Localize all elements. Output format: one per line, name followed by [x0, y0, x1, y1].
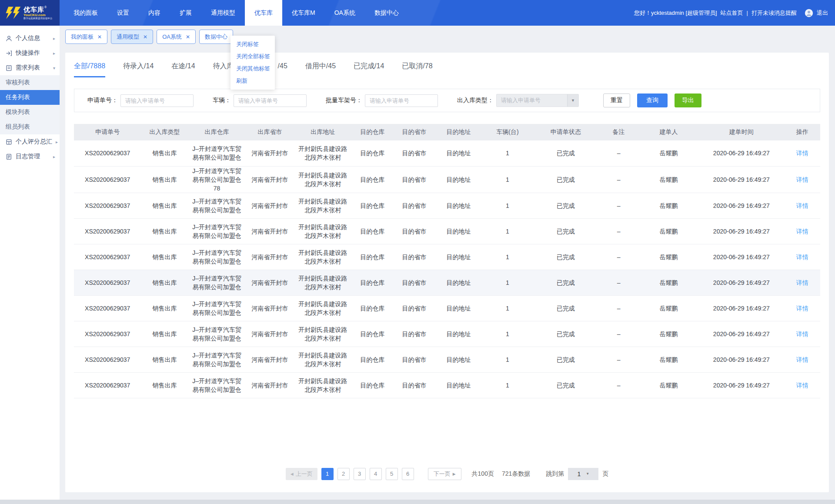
cell-creator: 岳耀鹏: [639, 321, 698, 347]
nav-item-5[interactable]: 优车库: [245, 0, 282, 26]
detail-link[interactable]: 详情: [796, 254, 808, 260]
tab-chip-0[interactable]: 我的面板✕: [65, 30, 107, 44]
nav-item-6[interactable]: 优车库M: [282, 0, 325, 26]
tab-chip-3[interactable]: 数据中心: [199, 30, 233, 44]
search-button[interactable]: 查询: [637, 93, 668, 107]
prev-page-label: 上一页: [296, 470, 313, 478]
cell-created_at: 2020-06-29 16:49:27: [698, 347, 784, 372]
sidebar-item-2[interactable]: 需求列表▾: [0, 60, 60, 75]
cell-io_type: 销售出库: [141, 193, 188, 218]
cell-out_warehouse: J–开封道亨汽车贸易有限公司加盟仓: [188, 372, 246, 398]
orders-table: 申请单号出入库类型出库仓库出库省市出库地址目的仓库目的省市目的地址车辆(台)申请…: [74, 124, 820, 398]
page-number-5[interactable]: 5: [386, 468, 398, 480]
page-number-3[interactable]: 3: [354, 468, 366, 480]
sidebar: 个人信息▸快捷操作▸需求列表▾审核列表任务列表模块列表组员列表个人评分总汇▸日志…: [0, 26, 60, 504]
page-number-1[interactable]: 1: [321, 468, 334, 480]
context-menu-item-1[interactable]: 关闭全部标签: [230, 50, 275, 63]
status-tab-1[interactable]: 待录入/14: [123, 61, 154, 77]
cell-dest_address: 目的地址: [435, 372, 482, 398]
nav-item-3[interactable]: 扩展: [170, 0, 201, 26]
cell-io_type: 销售出库: [141, 347, 188, 372]
detail-link[interactable]: 详情: [796, 382, 808, 389]
sidebar-subitem-2-2[interactable]: 模块列表: [0, 105, 60, 120]
sidebar-subitem-2-1[interactable]: 任务列表: [0, 90, 60, 105]
detail-link[interactable]: 详情: [796, 150, 808, 157]
context-menu-item-0[interactable]: 关闭标签: [230, 38, 275, 50]
chevron-down-icon: ▾: [53, 66, 55, 70]
detail-link[interactable]: 详情: [796, 356, 808, 363]
nav-item-7[interactable]: OA系统: [325, 0, 365, 26]
user-avatar-icon[interactable]: [805, 9, 813, 17]
brand-logo[interactable]: 优车库® YouCKU.com 数字化机构车源供应链平台: [0, 0, 60, 26]
filter-field-label: 车辆：: [213, 97, 231, 104]
context-menu-item-3[interactable]: 刷新: [230, 75, 275, 87]
cell-io_type: 销售出库: [141, 321, 188, 347]
cell-action: 详情: [785, 244, 820, 270]
export-button[interactable]: 导出: [675, 93, 701, 107]
sidebar-item-4[interactable]: 日志管理▸: [0, 149, 60, 164]
status-tab-0[interactable]: 全部/7888: [74, 61, 105, 77]
cell-created_at: 2020-06-29 16:49:27: [698, 218, 784, 244]
nav-item-8[interactable]: 数据中心: [365, 0, 408, 26]
nav-item-2[interactable]: 内容: [139, 0, 170, 26]
detail-link[interactable]: 详情: [796, 305, 808, 312]
filter-input-2[interactable]: [365, 94, 438, 107]
sidebar-subitem-2-0[interactable]: 审核列表: [0, 75, 60, 90]
page-number-4[interactable]: 4: [370, 468, 382, 480]
unread-messages-link[interactable]: 打开未读消息提醒: [752, 9, 797, 17]
page-number-2[interactable]: 2: [337, 468, 350, 480]
next-page-button[interactable]: 下一页 ▶: [428, 468, 461, 480]
column-header-io_type: 出入库类型: [141, 124, 188, 140]
detail-link[interactable]: 详情: [796, 330, 808, 337]
cell-vehicle_count: 1: [482, 295, 533, 321]
nav-item-0[interactable]: 我的面板: [64, 0, 107, 26]
cell-dest_city: 目的省市: [393, 321, 435, 347]
cell-out_warehouse: J–开封道亨汽车贸易有限公司加盟仓: [188, 193, 246, 218]
detail-link[interactable]: 详情: [796, 202, 808, 209]
sidebar-item-3[interactable]: 个人评分总汇▸: [0, 134, 60, 149]
status-tab-2[interactable]: 在途/14: [171, 61, 195, 77]
brand-logo-text: 优车库® YouCKU.com 数字化机构车源供应链平台: [23, 6, 55, 20]
sidebar-subitem-2-3[interactable]: 组员列表: [0, 120, 60, 134]
page-number-6[interactable]: 6: [402, 468, 414, 480]
sidebar-item-label: 需求列表: [16, 64, 40, 72]
cell-io_type: 销售出库: [141, 166, 188, 193]
sidebar-item-0[interactable]: 个人信息▸: [0, 31, 60, 46]
status-tab-5[interactable]: 借用中/45: [305, 61, 336, 77]
prev-page-button[interactable]: ◀ 上一页: [286, 468, 317, 480]
cell-out_warehouse: J–开封道亨汽车贸易有限公司加盟仓: [188, 295, 246, 321]
detail-link[interactable]: 详情: [796, 279, 808, 286]
status-tab-7[interactable]: 已取消/78: [402, 61, 432, 77]
cell-out_address: 开封尉氏县建设路北段芦木张村: [294, 270, 351, 295]
cell-created_at: 2020-06-29 16:49:27: [698, 244, 784, 270]
jump-page-select[interactable]: 1 ▼: [568, 468, 598, 480]
cell-order_no: XS20200629037: [74, 166, 141, 193]
filter-input-1[interactable]: [234, 94, 307, 107]
close-icon[interactable]: ✕: [97, 34, 102, 40]
nav-item-1[interactable]: 设置: [107, 0, 139, 26]
cell-out_city: 河南省开封市: [246, 372, 294, 398]
cell-created_at: 2020-06-29 16:49:27: [698, 295, 784, 321]
io-type-select[interactable]: 请输入申请单号▼: [496, 94, 579, 107]
filter-input-0[interactable]: [120, 94, 194, 107]
tab-chip-1[interactable]: 通用模型✕: [111, 30, 153, 44]
context-menu-item-2[interactable]: 关闭其他标签: [230, 63, 275, 75]
lightning-logo-icon: [5, 7, 21, 19]
detail-link[interactable]: 详情: [796, 228, 808, 235]
close-icon[interactable]: ✕: [186, 34, 190, 40]
cell-dest_warehouse: 目的仓库: [351, 347, 393, 372]
status-tab-6[interactable]: 已完成/14: [354, 61, 384, 77]
tab-chip-2[interactable]: OA系统✕: [157, 30, 196, 44]
close-icon[interactable]: ✕: [143, 34, 147, 40]
cell-out_address: 开封尉氏县建设路北段芦木张村: [294, 244, 351, 270]
cell-dest_warehouse: 目的仓库: [351, 166, 393, 193]
status-tab-4[interactable]: /45: [278, 61, 287, 77]
detail-link[interactable]: 详情: [796, 176, 808, 183]
sidebar-item-1[interactable]: 快捷操作▸: [0, 46, 60, 60]
logout-button[interactable]: 退出: [817, 9, 828, 17]
quick-action-icon: [6, 50, 12, 57]
nav-item-4[interactable]: 通用模型: [201, 0, 245, 26]
cell-order_no: XS20200629037: [74, 347, 141, 372]
site-home-link[interactable]: 站点首页: [721, 9, 743, 17]
reset-button[interactable]: 重置: [603, 93, 630, 107]
